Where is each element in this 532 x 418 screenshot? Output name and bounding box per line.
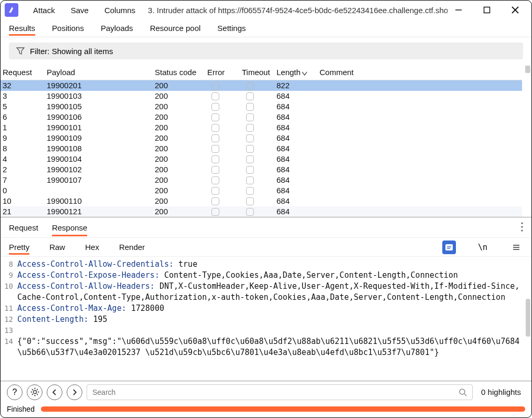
title-bar: Attack Save Columns 3. Intruder attack o… (1, 1, 531, 19)
col-request[interactable]: Request (1, 65, 45, 80)
table-row[interactable]: 419900104200684 (1, 154, 522, 164)
checkbox[interactable] (246, 145, 254, 153)
checkbox[interactable] (246, 208, 254, 216)
menu-columns[interactable]: Columns (98, 6, 142, 15)
sort-desc-icon (302, 70, 307, 76)
search-icon (459, 388, 467, 396)
table-row[interactable]: 219900102200684 (1, 164, 522, 175)
checkbox[interactable] (211, 145, 219, 153)
hamburger-icon[interactable] (509, 241, 523, 254)
checkbox[interactable] (211, 103, 219, 111)
search-input[interactable] (92, 388, 459, 396)
main-tabs: Results Positions Payloads Resource pool… (1, 19, 531, 37)
filter-bar[interactable]: Filter: Showing all items (9, 43, 523, 59)
tab-request[interactable]: Request (9, 219, 38, 236)
table-row[interactable]: 0200684 (1, 185, 522, 196)
tab-resource-pool[interactable]: Resource pool (150, 20, 201, 36)
menu-save[interactable]: Save (65, 6, 95, 15)
app-icon (5, 3, 18, 17)
checkbox[interactable] (211, 176, 219, 184)
checkbox[interactable] (246, 187, 254, 195)
filter-icon (16, 47, 25, 55)
tab-results[interactable]: Results (9, 20, 35, 36)
settings-button[interactable] (27, 384, 42, 400)
tab-settings[interactable]: Settings (217, 20, 246, 36)
col-timeout[interactable]: Timeout (240, 65, 274, 80)
checkbox[interactable] (211, 134, 219, 142)
table-row[interactable]: 2119900121200684 (1, 206, 522, 217)
checkbox[interactable] (211, 124, 219, 132)
col-status[interactable]: Status code (153, 65, 205, 80)
svg-line-16 (37, 389, 38, 390)
help-button[interactable]: ? (7, 384, 23, 400)
checkbox[interactable] (246, 92, 254, 100)
checkbox[interactable] (211, 197, 219, 205)
view-render[interactable]: Render (119, 239, 145, 255)
table-row[interactable]: 919900109200684 (1, 133, 522, 143)
checkbox[interactable] (211, 208, 219, 216)
menu-attack[interactable]: Attack (27, 6, 61, 15)
checkbox[interactable] (246, 197, 254, 205)
table-row[interactable]: 719900107200684 (1, 175, 522, 185)
table-row[interactable]: 619900106200684 (1, 112, 522, 122)
close-button[interactable] (507, 3, 523, 17)
table-scrollbar[interactable] (525, 66, 530, 73)
checkbox[interactable] (246, 113, 254, 121)
checkbox[interactable] (246, 103, 254, 111)
table-row[interactable]: 519900105200684 (1, 101, 522, 112)
checkbox[interactable] (246, 176, 254, 184)
col-error[interactable]: Error (205, 65, 240, 80)
col-length[interactable]: Length (274, 65, 317, 80)
more-options-icon[interactable] (521, 222, 523, 233)
code-line: 13 (1, 325, 531, 336)
response-scrollbar[interactable] (526, 299, 530, 337)
col-comment[interactable]: Comment (317, 65, 522, 80)
next-button[interactable] (67, 384, 82, 400)
prev-button[interactable] (47, 384, 62, 400)
checkbox[interactable] (211, 113, 219, 121)
checkbox[interactable] (211, 155, 219, 163)
minimize-button[interactable] (451, 3, 466, 17)
code-line: 14{"0":"success","msg":"\u606d\u559c\u60… (1, 336, 531, 358)
checkbox[interactable] (246, 124, 254, 132)
checkbox[interactable] (211, 92, 219, 100)
progress-bar (41, 406, 525, 412)
table-row[interactable]: 819900108200684 (1, 143, 522, 154)
code-line: 9Access-Control-Expose-Headers: Content-… (1, 270, 531, 281)
checkbox[interactable] (211, 187, 219, 195)
table-row[interactable]: 3219900201200822 (1, 80, 522, 91)
table-row[interactable]: 319900103200684 (1, 91, 522, 101)
svg-line-15 (32, 394, 33, 395)
svg-rect-7 (445, 244, 453, 250)
checkbox[interactable] (211, 166, 219, 174)
search-box[interactable] (87, 384, 473, 400)
svg-line-13 (32, 389, 33, 390)
table-row[interactable]: 119900101200684 (1, 122, 522, 133)
checkbox[interactable] (246, 134, 254, 142)
checkbox[interactable] (211, 82, 219, 90)
checkbox[interactable] (246, 166, 254, 174)
message-editor-icon[interactable] (442, 241, 456, 254)
checkbox[interactable] (246, 155, 254, 163)
checkbox[interactable] (246, 82, 254, 90)
maximize-button[interactable] (479, 3, 495, 17)
svg-point-5 (521, 226, 523, 227)
view-pretty[interactable]: Pretty (9, 239, 29, 255)
filter-label: Filter: Showing all items (30, 47, 113, 56)
newline-icon[interactable]: \n (476, 241, 490, 254)
svg-point-4 (521, 222, 523, 224)
gear-icon (30, 388, 39, 396)
tab-payloads[interactable]: Payloads (101, 20, 133, 36)
svg-point-17 (460, 389, 465, 394)
detail-tabs: Request Response (1, 217, 531, 238)
highlights-count: 0 highlights (477, 388, 525, 396)
tab-response[interactable]: Response (52, 219, 88, 236)
status-text: Finished (7, 405, 35, 413)
view-raw[interactable]: Raw (49, 239, 65, 255)
code-line: 11Access-Control-Max-Age: 1728000 (1, 303, 531, 314)
status-bar: Finished (1, 403, 531, 415)
tab-positions[interactable]: Positions (52, 20, 84, 36)
col-payload[interactable]: Payload (45, 65, 153, 80)
view-hex[interactable]: Hex (85, 239, 99, 255)
table-row[interactable]: 1019900110200684 (1, 196, 522, 206)
